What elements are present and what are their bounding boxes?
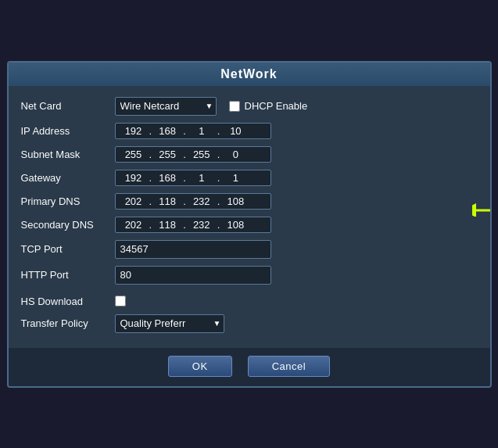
ip-part-2[interactable] [152,125,182,137]
subnetmask-label: Subnet Mask [21,149,115,160]
transferpolicy-select[interactable]: Quality Preferr Fluency Preferr Adaptive [115,314,224,333]
primarydns-label: Primary DNS [21,195,115,207]
dialog-title: NetWork [9,63,490,86]
subnetmask-row: Subnet Mask . . . [21,146,478,163]
subnet-part-2[interactable] [152,149,182,160]
gateway-part-2[interactable] [152,172,182,184]
tcpport-input[interactable] [115,240,271,259]
subnet-part-1[interactable] [119,149,149,160]
ipaddress-field: . . . [115,123,271,139]
dhcp-group: DHCP Enable [229,100,308,112]
transferpolicy-label: Transfer Policy [21,317,115,329]
gateway-part-1[interactable] [119,172,149,184]
gateway-field: . . . [115,170,271,186]
ipaddress-row: IP Address . . . آپ [21,123,478,139]
ip-part-4[interactable] [220,125,250,137]
gateway-part-3[interactable] [187,172,217,184]
httpport-input[interactable] [115,266,271,285]
secondarydns-field: . . . [115,217,271,233]
httpport-row: HTTP Port پورت HTTP جهت اتصال نرم افزار … [21,266,478,285]
gateway-label: Gateway [21,172,115,184]
dialog-content: Net Card Wire Netcard ▼ DHCP Enable IP A… [9,86,490,348]
hsdownload-checkbox[interactable] [115,296,126,306]
hsdownload-label: HS Download [21,296,115,307]
netcard-row: Net Card Wire Netcard ▼ DHCP Enable [21,97,478,116]
pdns-part-2[interactable] [152,195,182,207]
transferpolicy-select-wrapper: Quality Preferr Fluency Preferr Adaptive… [115,314,224,333]
subnet-part-4[interactable] [220,149,250,160]
netcard-select[interactable]: Wire Netcard [115,97,217,116]
sdns-part-2[interactable] [152,219,182,231]
sdns-part-3[interactable] [187,219,217,231]
sdns-part-4[interactable] [220,219,250,231]
netcard-select-wrapper: Wire Netcard ▼ [115,97,217,116]
pdns-part-3[interactable] [187,195,217,207]
sdns-part-1[interactable] [119,219,149,231]
ok-button[interactable]: OK [168,356,232,377]
primarydns-field: . . . [115,193,271,210]
secondarydns-row: Secondary DNS . . . [21,217,478,233]
gateway-part-4[interactable] [220,172,250,184]
subnetmask-field: . . . [115,146,271,163]
dialog-footer: OK Cancel [9,348,490,386]
cancel-button[interactable]: Cancel [248,356,330,377]
dns-arrow-icon [472,185,491,217]
transferpolicy-row: Transfer Policy Quality Preferr Fluency … [21,314,478,333]
primarydns-row: Primary DNS . . . [21,193,478,210]
subnet-part-3[interactable] [187,149,217,160]
gateway-row: Gateway . . . آپی م [21,170,478,186]
netcard-label: Net Card [21,100,115,112]
pdns-part-4[interactable] [220,195,250,207]
hsdownload-row: HS Download [21,296,478,307]
tcpport-row: TCP Port پورت TCP جهت اتصال نرم افزار CM… [21,240,478,259]
ip-part-3[interactable] [187,125,217,137]
dhcp-checkbox[interactable] [229,101,240,112]
pdns-part-1[interactable] [119,195,149,207]
tcpport-label: TCP Port [21,243,115,255]
network-dialog: NetWork Net Card Wire Netcard ▼ DHCP Ena… [7,61,492,388]
dhcp-label: DHCP Enable [245,100,308,112]
secondarydns-label: Secondary DNS [21,219,115,231]
httpport-label: HTTP Port [21,269,115,281]
ip-part-1[interactable] [119,125,149,137]
ipaddress-label: IP Address [21,125,115,137]
